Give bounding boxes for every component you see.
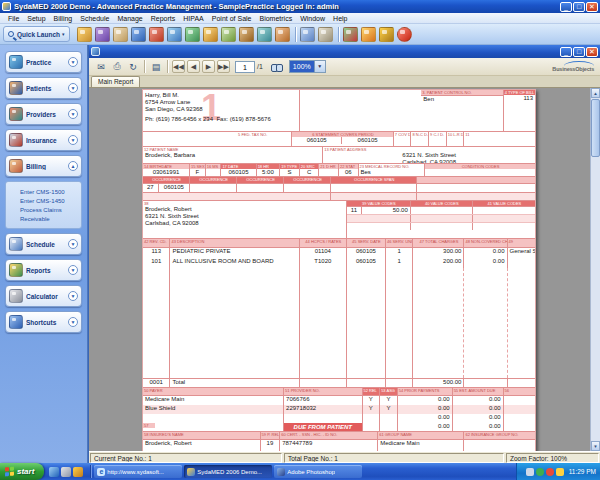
task-button-sydamed[interactable]: SydaMED 2006 Demo... [184, 465, 272, 478]
refresh-icon[interactable]: ↻ [126, 60, 140, 74]
quick-launch-media-icon[interactable] [73, 467, 83, 477]
claims-icon[interactable] [221, 27, 236, 42]
menu-biometrics[interactable]: Biometrics [255, 15, 296, 22]
sidebar-item-calculator[interactable]: Calculator ▼ [5, 285, 82, 307]
menu-reports[interactable]: Reports [147, 15, 180, 22]
sidebar-item-practice[interactable]: Practice ▼ [5, 51, 82, 73]
vertical-scrollbar[interactable]: ▲ ▼ [590, 88, 600, 451]
referrals-icon[interactable] [167, 27, 182, 42]
title-bar: SydaMED 2006 Demo - Advanced Practice Ma… [0, 0, 600, 13]
zoom-dropdown-arrow[interactable]: ▼ [314, 61, 325, 72]
provider-phone: Ph: (619) 786-6456 x 234 Fax: (619) 878-… [143, 116, 299, 123]
sidebar-item-providers[interactable]: Providers ▼ [5, 103, 82, 125]
sidebar-item-schedule[interactable]: Schedule ▼ [5, 233, 82, 255]
task-button-photoshop[interactable]: Adobe Photoshop [274, 465, 362, 478]
next-page-button[interactable]: ▶ [202, 60, 215, 73]
chevron-down-icon[interactable]: ▼ [68, 265, 78, 275]
practice-icon [9, 55, 23, 69]
sidebar-item-process-claims[interactable]: Process Claims [20, 207, 81, 213]
chevron-down-icon[interactable]: ▼ [68, 135, 78, 145]
insurance-icon [9, 133, 23, 147]
export-icon[interactable]: ✉ [94, 60, 108, 74]
group-tree-icon[interactable]: ▤ [149, 60, 163, 74]
zoom-combobox[interactable]: 100% ▼ [289, 60, 326, 73]
occurrence-data-row: 27 060105 [143, 184, 535, 193]
scroll-down-icon[interactable]: ▼ [591, 441, 600, 451]
close-button[interactable]: ✕ [586, 2, 598, 12]
chevron-down-icon[interactable]: ▼ [68, 109, 78, 119]
menu-setup[interactable]: Setup [23, 15, 49, 22]
chevron-down-icon[interactable]: ▼ [68, 239, 78, 249]
tab-main-report[interactable]: Main Report [91, 76, 140, 87]
menu-point-of-sale[interactable]: Point of Sale [208, 15, 256, 22]
admission-date: 060105 [221, 169, 255, 176]
last-page-button[interactable]: ▶▶ [217, 60, 230, 73]
reports-icon[interactable] [300, 27, 315, 42]
receivables-icon[interactable] [239, 27, 254, 42]
help-icon[interactable] [397, 27, 412, 42]
charts-icon[interactable] [113, 27, 128, 42]
chevron-up-icon[interactable]: ▲ [68, 161, 78, 171]
menu-schedule[interactable]: Schedule [76, 15, 113, 22]
report-minimize-button[interactable]: _ [560, 47, 572, 57]
previous-page-button[interactable]: ◀ [187, 60, 200, 73]
sidebar-item-enter-cms-1500[interactable]: Enter CMS-1500 [20, 189, 81, 195]
scrollbar-thumb[interactable] [591, 99, 600, 157]
scheduler-icon[interactable] [318, 27, 333, 42]
sidebar-item-enter-cms-1450[interactable]: Enter CMS-1450 [20, 198, 81, 204]
chevron-down-icon[interactable]: ▼ [68, 57, 78, 67]
sidebar-item-shortcuts[interactable]: Shortcuts ▼ [5, 311, 82, 333]
tray-messenger-icon[interactable] [526, 468, 534, 476]
chevron-down-icon[interactable]: ▼ [68, 83, 78, 93]
graphs-icon[interactable] [343, 27, 358, 42]
print-icon[interactable]: ⎙ [110, 60, 124, 74]
tray-antivirus-icon[interactable] [536, 468, 544, 476]
chevron-down-icon[interactable]: ▼ [68, 317, 78, 327]
status-current-page: Current Page No.: 1 [90, 453, 282, 463]
menu-file[interactable]: File [4, 15, 23, 22]
service-header-row: 42 REV. CD. 43 DESCRIPTION 44 HCPCS / RA… [143, 239, 535, 248]
report-restore-button[interactable]: □ [573, 47, 585, 57]
payments-icon[interactable] [203, 27, 218, 42]
first-page-button[interactable]: ◀◀ [172, 60, 185, 73]
quick-launch-ie-icon[interactable] [49, 467, 59, 477]
chevron-down-icon[interactable]: ▼ [68, 291, 78, 301]
providers-icon[interactable] [131, 27, 146, 42]
pos-icon[interactable] [275, 27, 290, 42]
sidebar-item-receivable[interactable]: Receivable [20, 216, 81, 222]
menu-window[interactable]: Window [296, 15, 329, 22]
insurance-icon[interactable] [149, 27, 164, 42]
search-icon [8, 31, 14, 37]
patients-icon[interactable] [95, 27, 110, 42]
windows-taskbar: start e http://www.sydasoft... SydaMED 2… [0, 463, 600, 480]
report-close-button[interactable]: ✕ [586, 47, 598, 57]
sidebar-item-patients[interactable]: Patients ▼ [5, 77, 82, 99]
page-number-input[interactable]: 1 [235, 61, 255, 73]
task-button-browser[interactable]: e http://www.sydasoft... [94, 465, 182, 478]
menu-help[interactable]: Help [329, 15, 351, 22]
cms1500-icon[interactable] [185, 27, 200, 42]
statements-icon[interactable] [257, 27, 272, 42]
total-charges: 500.00 [413, 379, 463, 386]
menu-billing[interactable]: Billing [50, 15, 77, 22]
menu-hipaa[interactable]: HIPAA [179, 15, 208, 22]
practice-icon[interactable] [77, 27, 92, 42]
admission-type: S [280, 169, 299, 176]
minimize-button[interactable]: _ [560, 2, 572, 12]
search-binoculars-icon[interactable] [271, 61, 283, 73]
start-button[interactable]: start [0, 463, 44, 480]
quick-launch-show-desktop-icon[interactable] [61, 467, 71, 477]
security-icon[interactable] [379, 27, 394, 42]
patient-address1: 6321 N. Sixth Street [323, 152, 535, 159]
period-through: 060105 [342, 137, 392, 144]
menu-manage[interactable]: Manage [113, 15, 146, 22]
sidebar-item-insurance[interactable]: Insurance ▼ [5, 129, 82, 151]
sidebar-item-billing[interactable]: Billing ▲ [5, 155, 82, 177]
maximize-button[interactable]: □ [573, 2, 585, 12]
tray-volume-icon[interactable] [556, 468, 564, 476]
calendar-icon[interactable] [361, 27, 376, 42]
sidebar-item-reports[interactable]: Reports ▼ [5, 259, 82, 281]
tray-network-icon[interactable] [546, 468, 554, 476]
scroll-up-icon[interactable]: ▲ [591, 88, 600, 98]
quick-launch-button[interactable]: Quick Launch ▾ [3, 26, 70, 42]
